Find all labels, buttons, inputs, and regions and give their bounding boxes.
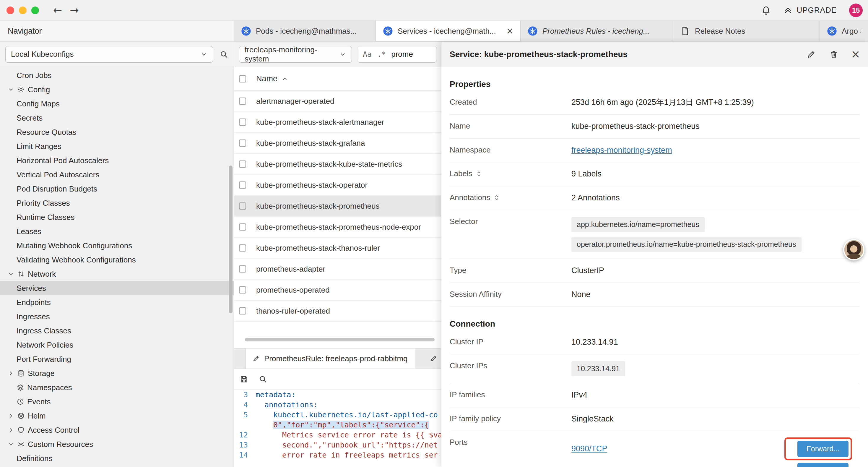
sidebar-item-custom-resources[interactable]: Custom Resources bbox=[0, 437, 234, 451]
back-arrow-icon[interactable]: ← bbox=[53, 5, 62, 16]
sidebar-item-helm[interactable]: Helm bbox=[0, 409, 234, 423]
sidebar-item-vertical-pod-autoscalers[interactable]: Vertical Pod Autoscalers bbox=[0, 168, 234, 182]
dock-tab-prometheusrule[interactable]: PrometheusRule: freeleaps-prod-rabbitmq bbox=[246, 348, 415, 369]
search-input[interactable] bbox=[391, 50, 431, 59]
search-icon[interactable] bbox=[219, 50, 228, 59]
match-case-toggle[interactable]: Aa bbox=[363, 50, 372, 59]
sidebar-item-events[interactable]: Events bbox=[0, 395, 234, 409]
scrollbar-thumb[interactable] bbox=[229, 166, 232, 313]
sort-updown-icon[interactable] bbox=[493, 194, 500, 201]
sidebar-item-label: Port Forwarding bbox=[17, 355, 71, 364]
sort-asc-icon[interactable] bbox=[282, 76, 288, 82]
table-row-kube-prometheus-stack-operator[interactable]: kube-prometheus-stack-operator bbox=[234, 175, 441, 196]
sidebar-item-endpoints[interactable]: Endpoints bbox=[0, 295, 234, 310]
tab-release-notes[interactable]: Release Notes bbox=[673, 21, 820, 41]
sidebar-item-cron-jobs[interactable]: Cron Jobs bbox=[0, 68, 234, 83]
close-icon[interactable]: × bbox=[851, 47, 860, 61]
row-checkbox[interactable] bbox=[239, 286, 246, 293]
code-line: 5kubectl.kubernetes.io/last-applied-co bbox=[234, 410, 441, 420]
sidebar-toolbar: Local Kubeconfigs bbox=[0, 42, 234, 67]
row-checkbox[interactable] bbox=[239, 265, 246, 272]
sidebar-item-validating-webhook-configurations[interactable]: Validating Webhook Configurations bbox=[0, 253, 234, 267]
sidebar-item-ingress-classes[interactable]: Ingress Classes bbox=[0, 324, 234, 338]
sidebar-item-access-control[interactable]: Access Control bbox=[0, 423, 234, 437]
sidebar-item-runtime-classes[interactable]: Runtime Classes bbox=[0, 210, 234, 224]
forward-arrow-icon[interactable]: → bbox=[70, 5, 79, 16]
scrollbar-thumb[interactable] bbox=[245, 338, 435, 341]
namespace-link[interactable]: freeleaps-monitoring-system bbox=[571, 146, 672, 154]
sidebar-item-port-forwarding[interactable]: Port Forwarding bbox=[0, 352, 234, 366]
table-row-kube-prometheus-stack-prometheus[interactable]: kube-prometheus-stack-prometheus bbox=[234, 196, 441, 217]
table-row-kube-prometheus-stack-thanos-ruler[interactable]: kube-prometheus-stack-thanos-ruler bbox=[234, 238, 441, 259]
regex-toggle[interactable]: .* bbox=[377, 50, 386, 59]
sort-updown-icon[interactable] bbox=[475, 170, 483, 177]
notification-badge[interactable]: 15 bbox=[849, 4, 863, 17]
table-row-prometheus-adapter[interactable]: prometheus-adapter bbox=[234, 259, 441, 280]
table-row-thanos-ruler-operated[interactable]: thanos-ruler-operated bbox=[234, 300, 441, 322]
sidebar-item-pod-disruption-budgets[interactable]: Pod Disruption Budgets bbox=[0, 182, 234, 196]
sidebar-scrollbar[interactable] bbox=[229, 166, 232, 313]
tab-services-icecheng-math[interactable]: Services - icecheng@math...× bbox=[376, 21, 521, 41]
tab-argo-s[interactable]: Argo S bbox=[820, 21, 868, 41]
sidebar-item-secrets[interactable]: Secrets bbox=[0, 111, 234, 125]
sidebar-item-config-maps[interactable]: Config Maps bbox=[0, 97, 234, 111]
tab-prometheus-rules-icecheng[interactable]: Prometheus Rules - icecheng... bbox=[521, 21, 673, 41]
sidebar-item-network-policies[interactable]: Network Policies bbox=[0, 338, 234, 352]
row-checkbox[interactable] bbox=[239, 224, 246, 231]
kubeconfig-select[interactable]: Local Kubeconfigs bbox=[5, 46, 213, 63]
select-all-checkbox[interactable] bbox=[239, 76, 246, 83]
yaml-editor[interactable]: 3metadata:4annotations:5kubectl.kubernet… bbox=[234, 389, 441, 467]
sidebar-item-storage[interactable]: Storage bbox=[0, 366, 234, 380]
code-token: 0","for":"mp","labels":{"service":{ bbox=[273, 420, 429, 429]
forward-button[interactable]: Forward... bbox=[797, 463, 848, 467]
sidebar-item-definitions[interactable]: Definitions bbox=[0, 451, 234, 466]
table-row-alertmanager-operated[interactable]: alertmanager-operated bbox=[234, 91, 441, 112]
forward-button[interactable]: Forward... bbox=[797, 441, 848, 457]
row-checkbox[interactable] bbox=[239, 119, 246, 126]
edit-icon[interactable] bbox=[807, 50, 816, 59]
save-icon[interactable] bbox=[240, 375, 248, 384]
row-checkbox[interactable] bbox=[239, 181, 246, 188]
avatar[interactable] bbox=[843, 239, 864, 260]
name-column-header[interactable]: Name bbox=[256, 74, 277, 83]
row-checkbox[interactable] bbox=[239, 202, 246, 209]
close-tab-icon[interactable]: × bbox=[507, 25, 513, 37]
sidebar-item-horizontal-pod-autoscalers[interactable]: Horizontal Pod Autoscalers bbox=[0, 153, 234, 168]
sidebar-item-resource-quotas[interactable]: Resource Quotas bbox=[0, 125, 234, 139]
dock-tab-partial[interactable] bbox=[423, 348, 441, 369]
trash-icon[interactable] bbox=[829, 50, 838, 59]
table-row-kube-prometheus-stack-alertmanager[interactable]: kube-prometheus-stack-alertmanager bbox=[234, 112, 441, 133]
tab-pods-icecheng-mathmas[interactable]: Pods - icecheng@mathmas... bbox=[234, 21, 376, 41]
table-row-kube-prometheus-stack-grafana[interactable]: kube-prometheus-stack-grafana bbox=[234, 133, 441, 154]
bell-icon[interactable] bbox=[761, 5, 771, 16]
sidebar-item-mutating-webhook-configurations[interactable]: Mutating Webhook Configurations bbox=[0, 238, 234, 253]
row-checkbox[interactable] bbox=[239, 308, 246, 315]
sidebar-item-namespaces[interactable]: Namespaces bbox=[0, 380, 234, 395]
row-checkbox[interactable] bbox=[239, 97, 246, 105]
port-link[interactable]: 9090/TCP bbox=[571, 444, 608, 454]
sidebar: Local Kubeconfigs Cron JobsConfigConfig … bbox=[0, 42, 234, 467]
search-field[interactable]: Aa .* bbox=[358, 46, 436, 63]
sidebar-item-network[interactable]: Network bbox=[0, 267, 234, 281]
upgrade-button[interactable]: UPGRADE bbox=[783, 6, 837, 15]
horizontal-scrollbar[interactable] bbox=[234, 338, 441, 342]
table-row-kube-prometheus-stack-kube-state-metrics[interactable]: kube-prometheus-stack-kube-state-metrics bbox=[234, 154, 441, 175]
sidebar-item-ingresses[interactable]: Ingresses bbox=[0, 310, 234, 324]
sidebar-item-services[interactable]: Services bbox=[0, 281, 234, 295]
sidebar-item-label: Secrets bbox=[17, 114, 42, 123]
sidebar-item-leases[interactable]: Leases bbox=[0, 224, 234, 238]
sidebar-item-limit-ranges[interactable]: Limit Ranges bbox=[0, 139, 234, 153]
table-row-prometheus-operated[interactable]: prometheus-operated bbox=[234, 280, 441, 300]
editor-search-icon[interactable] bbox=[258, 375, 267, 384]
row-checkbox[interactable] bbox=[239, 140, 246, 147]
close-window-button[interactable] bbox=[6, 6, 14, 14]
zoom-window-button[interactable] bbox=[31, 6, 39, 14]
row-checkbox[interactable] bbox=[239, 160, 246, 168]
row-checkbox[interactable] bbox=[239, 244, 246, 252]
namespace-select[interactable]: freeleaps-monitoring-system bbox=[239, 46, 352, 63]
sidebar-item-priority-classes[interactable]: Priority Classes bbox=[0, 196, 234, 210]
table-row-kube-prometheus-stack-prometheus-node-expor[interactable]: kube-prometheus-stack-prometheus-node-ex… bbox=[234, 217, 441, 238]
sidebar-item-config[interactable]: Config bbox=[0, 83, 234, 97]
minimize-window-button[interactable] bbox=[19, 6, 27, 14]
detail-label-text: Namespace bbox=[450, 145, 491, 154]
